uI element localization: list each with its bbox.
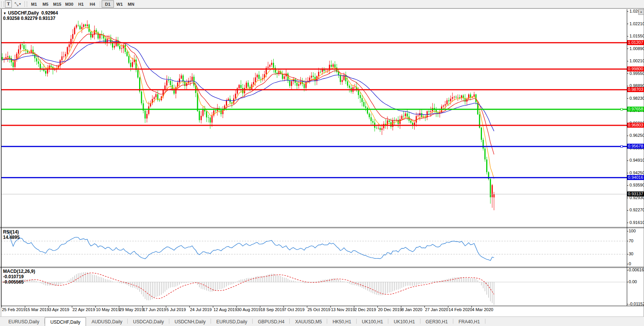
level-price-tag: 0.94016 <box>627 175 644 180</box>
price-axis-label: 1.01550 <box>629 34 644 38</box>
chevron-down-icon: ▾ <box>19 2 21 6</box>
level-price-tag: 0.98703 <box>627 87 644 92</box>
timeframe-button-h4[interactable]: H4 <box>87 1 98 7</box>
timeframe-button-group: M1M5M15M30H1H4D1W1MN <box>28 0 137 8</box>
cursor-tool-button[interactable]: ⤡ ▾ <box>12 1 23 7</box>
timeframe-button-h1[interactable]: H1 <box>75 1 87 7</box>
price-axis-label: 1.02210 <box>629 21 644 26</box>
date-axis-label: 25 Feb 2019 <box>2 307 26 312</box>
price-chart[interactable] <box>0 0 644 326</box>
collapse-arrow-icon[interactable]: ▼ <box>3 11 6 15</box>
date-axis-label: 2 Dec 2019 <box>355 307 376 312</box>
toolbar-grip[interactable] <box>24 2 27 7</box>
chart-symbol-ohlc-header: ▼USDCHF,Daily 0.92964 0.93258 0.92279 0.… <box>3 10 58 21</box>
top-toolbar: T ⤡ ▾ M1M5M15M30H1H4D1W1MN <box>0 0 644 8</box>
price-axis-label: 0.94250 <box>629 170 644 175</box>
text-tool-button[interactable]: T <box>5 0 12 8</box>
chart-tab-usdcnh-daily[interactable]: USDCNH,Daily <box>169 317 211 326</box>
date-axis-label: 5 Jul 2019 <box>167 307 186 312</box>
rsi-indicator-label: RSI(14) 14.4895 <box>3 229 19 240</box>
macd-axis-label: 0.00 <box>629 279 637 284</box>
price-axis-label: 0.98230 <box>629 96 644 101</box>
chart-tab-usdcad-daily[interactable]: USDCAD,Daily <box>128 317 169 326</box>
chart-tab-uk100-h1[interactable]: UK100,H1 <box>357 317 388 326</box>
date-axis-label: 4 Mar 2020 <box>472 307 493 312</box>
chart-tab-audusd-daily[interactable]: AUDUSD,Daily <box>86 317 128 326</box>
macd-axis-label: 0.006166 <box>629 268 644 272</box>
level-price-tag: 0.96803 <box>627 123 644 128</box>
date-axis-label: 27 Jan 2020 <box>425 307 448 312</box>
date-axis-label: 3 Apr 2019 <box>49 307 69 312</box>
date-axis-label: 8 Jan 2020 <box>402 307 422 312</box>
date-axis-label: 25 Oct 2019 <box>308 307 331 312</box>
macd-axis-label: -0.011523 <box>629 302 644 306</box>
date-axis-label: 30 Aug 2019 <box>237 307 261 312</box>
toolbar-grip[interactable] <box>1 2 4 7</box>
date-axis-label: 10 May 2019 <box>96 307 120 312</box>
date-axis-label: 22 Apr 2019 <box>73 307 95 312</box>
date-axis-label: 12 Aug 2019 <box>214 307 237 312</box>
chart-tab-usdchf-daily[interactable]: USDCHF,Daily <box>45 317 86 326</box>
level-price-tag: 0.99800 <box>627 66 644 71</box>
timeframe-button-m15[interactable]: M15 <box>51 1 63 7</box>
chart-tab-ger30-h1[interactable]: GER30,H1 <box>420 317 453 326</box>
rsi-axis-label: 30 <box>629 251 633 256</box>
date-axis-label: 14 Feb 2020 <box>449 307 472 312</box>
pointer-icon: ⤡ <box>15 1 18 7</box>
timeframe-button-w1[interactable]: W1 <box>114 1 125 7</box>
rsi-axis-label: 0 <box>629 261 631 266</box>
date-axis-label: 17 Jun 2019 <box>143 307 166 312</box>
chart-tab-xauusd-m5[interactable]: XAUUSD,M5 <box>290 317 327 326</box>
chart-tab-gbpusd-h4[interactable]: GBPUSD,H4 <box>253 317 290 326</box>
timeframe-button-mn[interactable]: MN <box>125 1 137 7</box>
price-axis-label: 0.93590 <box>629 183 644 187</box>
chart-tab-hk50-h1[interactable]: HK50,H1 <box>327 317 357 326</box>
date-axis-label: 24 Jul 2019 <box>190 307 212 312</box>
price-axis-label: 1.00210 <box>629 58 644 63</box>
date-axis-label: 7 Oct 2019 <box>284 307 305 312</box>
price-axis-label: 0.92270 <box>629 208 644 212</box>
scroll-to-top-button[interactable]: ▲ <box>638 9 644 15</box>
level-price-tag: 0.95678 <box>627 144 644 149</box>
price-axis-label: 0.91610 <box>629 220 644 225</box>
chart-tab-eurusd-daily[interactable]: EURUSD,Daily <box>211 317 253 326</box>
price-axis-label: 0.99550 <box>629 71 644 76</box>
date-axis-label: 18 Sep 2019 <box>261 307 284 312</box>
date-axis-label: 15 Mar 2019 <box>26 307 49 312</box>
rsi-axis-label: 100 <box>629 229 636 233</box>
timeframe-button-m1[interactable]: M1 <box>28 1 40 7</box>
chart-tab-bar: EURUSD,DailyUSDCHF,DailyAUDUSD,DailyUSDC… <box>0 316 644 326</box>
chart-tab-fra40-h1[interactable]: FRA40,H1 <box>453 317 485 326</box>
rsi-axis-label: 70 <box>629 238 633 243</box>
level-price-tag: 0.97658 <box>627 107 644 112</box>
price-axis-label: 1.00890 <box>629 46 644 51</box>
date-axis-label: 13 Nov 2019 <box>331 307 355 312</box>
chart-tab-eurusd-daily[interactable]: EURUSD,Daily <box>3 317 45 326</box>
macd-indicator-label: MACD(12,26,9) -0.010719 -0.005565 <box>3 269 35 285</box>
price-axis-label: 0.94910 <box>629 158 644 162</box>
timeframe-button-m5[interactable]: M5 <box>40 1 51 7</box>
timeframe-button-m30[interactable]: M30 <box>63 1 75 7</box>
level-price-tag: 1.01207 <box>627 40 644 45</box>
chart-tab-uk100-h1[interactable]: UK100,H1 <box>388 317 420 326</box>
timeframe-button-d1[interactable]: D1 <box>102 0 114 8</box>
date-axis-label: 20 Dec 2019 <box>378 307 402 312</box>
date-axis-label: 29 May 2019 <box>120 307 144 312</box>
current-price-tag: 0.93137 <box>627 191 644 196</box>
price-axis-label: 0.96250 <box>629 133 644 138</box>
symbol-title: USDCHF,Daily <box>8 10 39 16</box>
